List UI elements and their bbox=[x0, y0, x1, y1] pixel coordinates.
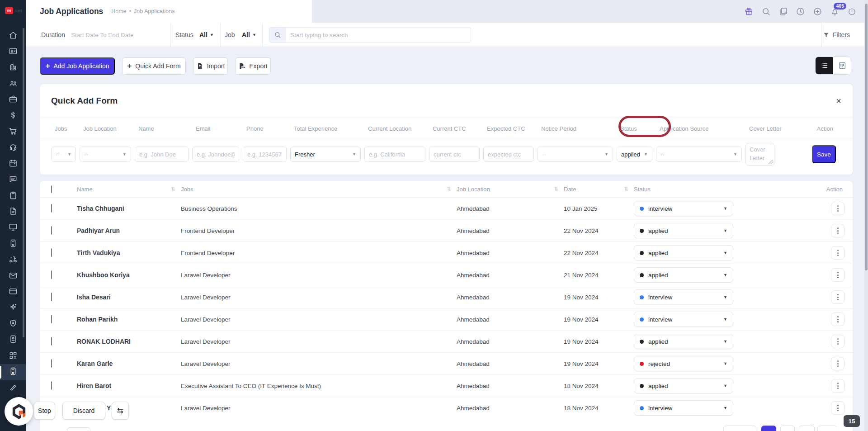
close-icon[interactable]: × bbox=[836, 96, 841, 105]
recorder-logo[interactable] bbox=[5, 397, 33, 426]
notice-period-select[interactable]: --▼ bbox=[538, 147, 613, 162]
breadcrumb-home[interactable]: Home bbox=[111, 8, 126, 14]
jobs-select[interactable]: --▼ bbox=[51, 147, 76, 162]
status-dropdown[interactable]: applied▼ bbox=[634, 223, 733, 238]
add-job-application-button[interactable]: +Add Job Application bbox=[40, 57, 115, 75]
expected-ctc-input[interactable] bbox=[483, 147, 534, 162]
search-box[interactable] bbox=[269, 27, 471, 43]
row-actions-kebab-button[interactable] bbox=[831, 224, 844, 237]
quick-add-form-button[interactable]: +Quick Add Form bbox=[122, 57, 186, 75]
notes-icon[interactable] bbox=[778, 7, 788, 16]
sidebar-scrollbar[interactable] bbox=[23, 28, 24, 337]
list-view-button[interactable] bbox=[816, 57, 833, 74]
status-filter-dropdown[interactable]: All▼ bbox=[199, 23, 214, 47]
row-actions-kebab-button[interactable] bbox=[831, 379, 844, 393]
sidebar-item-building[interactable] bbox=[0, 60, 26, 76]
row-actions-kebab-button[interactable] bbox=[831, 313, 844, 326]
email-input[interactable] bbox=[197, 151, 235, 158]
page-size-select[interactable] bbox=[67, 427, 90, 431]
import-button[interactable]: Import bbox=[193, 57, 228, 75]
cover-letter-textarea[interactable]: CoverLetter bbox=[745, 143, 774, 166]
status-dropdown[interactable]: interview▼ bbox=[634, 201, 733, 216]
job-location-select[interactable]: --▼ bbox=[80, 147, 131, 162]
row-actions-kebab-button[interactable] bbox=[831, 357, 844, 370]
sidebar-item-cart[interactable] bbox=[0, 124, 26, 140]
status-dropdown[interactable]: rejected▼ bbox=[634, 356, 733, 371]
sidebar-item-scooter[interactable] bbox=[0, 252, 26, 268]
pagination-active-page-button[interactable] bbox=[761, 426, 776, 431]
row-checkbox[interactable] bbox=[51, 315, 52, 323]
column-header-date[interactable]: Date⇅ bbox=[564, 186, 634, 193]
sidebar-item-chat[interactable] bbox=[0, 172, 26, 188]
application-source-select[interactable]: --▼ bbox=[656, 147, 742, 162]
kanban-view-button[interactable] bbox=[833, 57, 851, 74]
row-checkbox[interactable] bbox=[51, 337, 52, 346]
plus-circle-icon[interactable] bbox=[813, 7, 822, 16]
row-checkbox[interactable] bbox=[51, 204, 52, 213]
status-dropdown[interactable]: interview▼ bbox=[634, 400, 733, 416]
current-location-input[interactable] bbox=[364, 147, 425, 162]
sort-icon[interactable]: ⇅ bbox=[554, 186, 558, 192]
name-input[interactable] bbox=[139, 151, 184, 158]
sidebar-item-sim-card[interactable] bbox=[0, 236, 26, 252]
search-input[interactable] bbox=[286, 32, 471, 38]
sidebar-item-id-badge[interactable] bbox=[0, 332, 26, 348]
sort-icon[interactable]: ⇅ bbox=[624, 186, 628, 192]
duration-input[interactable] bbox=[71, 32, 161, 38]
resize-handle-icon[interactable] bbox=[769, 160, 773, 164]
scrollbar-thumb[interactable] bbox=[865, 4, 868, 270]
row-checkbox[interactable] bbox=[51, 270, 52, 279]
row-actions-kebab-button[interactable] bbox=[831, 401, 844, 415]
total-experience-select[interactable]: Fresher▼ bbox=[290, 147, 361, 162]
search-icon[interactable] bbox=[761, 7, 771, 16]
status-dropdown[interactable]: applied▼ bbox=[634, 334, 733, 349]
pagination-page-button[interactable] bbox=[799, 426, 815, 431]
filters-button[interactable]: Filters bbox=[823, 23, 850, 47]
sidebar-item-mobile[interactable] bbox=[0, 364, 26, 380]
current-ctc-input[interactable] bbox=[429, 147, 480, 162]
sidebar-item-id-card[interactable] bbox=[0, 44, 26, 60]
status-dropdown[interactable]: applied▼ bbox=[634, 267, 733, 283]
phone-input[interactable] bbox=[243, 147, 287, 162]
status-select[interactable]: applied▼ bbox=[617, 147, 652, 162]
pagination-previous-button[interactable] bbox=[723, 426, 756, 431]
row-actions-kebab-button[interactable] bbox=[831, 202, 844, 215]
sidebar-item-sparkle[interactable] bbox=[0, 300, 26, 316]
pagination-page-button[interactable] bbox=[780, 426, 795, 431]
row-actions-kebab-button[interactable] bbox=[831, 335, 844, 348]
pagination-next-button[interactable] bbox=[817, 426, 837, 431]
sidebar-item-home[interactable] bbox=[0, 28, 26, 44]
export-button[interactable]: Export bbox=[235, 57, 271, 75]
row-actions-kebab-button[interactable] bbox=[831, 268, 844, 282]
sidebar-item-calendar[interactable] bbox=[0, 156, 26, 172]
bell-icon[interactable]: 405 bbox=[830, 7, 840, 16]
sidebar-item-monitor[interactable] bbox=[0, 220, 26, 236]
status-dropdown[interactable]: applied▼ bbox=[634, 245, 733, 260]
current-location-input[interactable] bbox=[369, 151, 421, 158]
expected-ctc-input[interactable] bbox=[488, 151, 529, 158]
sort-icon[interactable]: ⇅ bbox=[171, 186, 175, 192]
email-input[interactable] bbox=[192, 147, 239, 162]
sort-icon[interactable]: ⇅ bbox=[447, 186, 451, 192]
sidebar-item-users[interactable] bbox=[0, 76, 26, 92]
current-ctc-input[interactable] bbox=[434, 151, 475, 158]
column-header-name[interactable]: Name⇅ bbox=[77, 186, 181, 193]
page-scrollbar[interactable] bbox=[864, 0, 868, 431]
row-checkbox[interactable] bbox=[51, 248, 52, 257]
sidebar-item-headset[interactable] bbox=[0, 140, 26, 156]
sidebar-item-mail[interactable] bbox=[0, 268, 26, 284]
job-filter-dropdown[interactable]: All▼ bbox=[242, 23, 256, 47]
row-checkbox[interactable] bbox=[51, 359, 52, 368]
select-all-checkbox[interactable] bbox=[51, 185, 52, 193]
sidebar-item-window[interactable] bbox=[0, 284, 26, 300]
duration-field[interactable] bbox=[71, 23, 161, 47]
row-checkbox[interactable] bbox=[51, 381, 52, 390]
stop-button[interactable]: Stop bbox=[34, 402, 55, 420]
sidebar-item-shield-search[interactable] bbox=[0, 316, 26, 332]
power-icon[interactable] bbox=[847, 7, 857, 16]
row-checkbox[interactable] bbox=[51, 226, 52, 235]
column-header-job-location[interactable]: Job Location⇅ bbox=[457, 186, 564, 193]
row-checkbox[interactable] bbox=[51, 293, 52, 301]
clock-icon[interactable] bbox=[796, 7, 805, 16]
sidebar-item-clipboard[interactable] bbox=[0, 188, 26, 204]
